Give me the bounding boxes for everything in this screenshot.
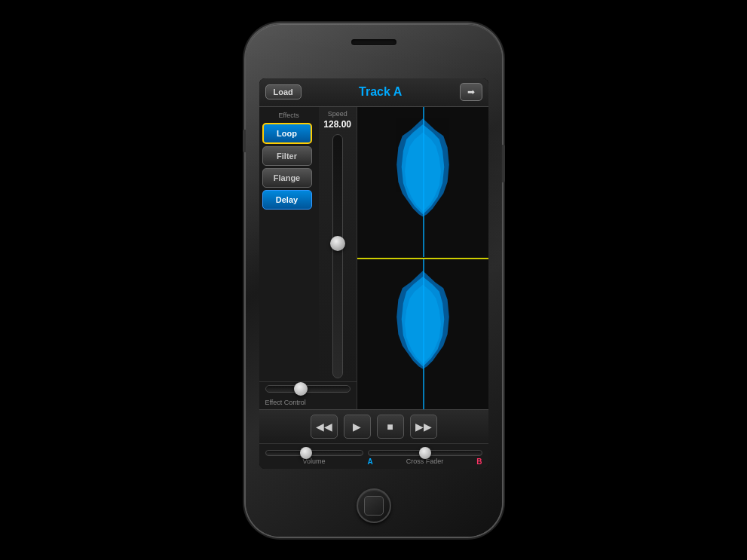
waveform-bottom-playhead <box>423 259 424 409</box>
left-panel: Effects Loop Filter Flange Delay Speed 1… <box>259 107 357 409</box>
fast-forward-icon: ▶▶ <box>415 421 432 433</box>
track-title: Track A <box>306 85 455 99</box>
volume-slider-track <box>265 450 363 456</box>
waveform-bottom <box>357 259 488 409</box>
crossfader-label-b: B <box>476 457 482 466</box>
forward-button[interactable]: ➡ <box>460 83 482 101</box>
speed-label: Speed <box>328 110 347 118</box>
effect-control-row: Effect Control <box>259 381 357 409</box>
play-button[interactable]: ▶ <box>344 415 371 439</box>
transport-controls: ◀◀ ▶ ■ ▶▶ <box>259 409 488 444</box>
crossfader-slider-thumb[interactable] <box>419 447 431 459</box>
waveform-area <box>357 107 488 409</box>
phone-speaker <box>351 39 396 45</box>
crossfader-label-a: A <box>368 457 373 466</box>
crossfader-slider-track <box>368 450 482 456</box>
side-button-left <box>243 130 246 152</box>
effect-control-label: Effect Control <box>265 399 306 406</box>
slider-labels-row: Volume A Cross Fader B <box>265 457 482 466</box>
play-icon: ▶ <box>353 421 361 433</box>
rewind-icon: ◀◀ <box>316 421 332 433</box>
volume-slider-thumb[interactable] <box>300 447 312 459</box>
waveform-top <box>357 107 488 257</box>
effects-label: Effects <box>262 110 316 121</box>
side-button-right <box>502 145 505 182</box>
flange-button[interactable]: Flange <box>262 168 312 188</box>
load-button[interactable]: Load <box>265 84 302 99</box>
effect-control-slider-track <box>265 385 351 393</box>
stop-button[interactable]: ■ <box>377 415 404 439</box>
stop-icon: ■ <box>387 421 393 433</box>
effect-control-slider-thumb[interactable] <box>294 382 308 396</box>
effects-column: Effects Loop Filter Flange Delay <box>259 107 319 381</box>
volume-label: Volume <box>265 457 363 466</box>
waveform-top-playhead <box>423 107 424 257</box>
crossfader-label: Cross Fader <box>406 457 444 465</box>
bottom-sliders: Volume A Cross Fader B <box>259 444 488 469</box>
home-button[interactable] <box>357 488 391 523</box>
screen: Load Track A ➡ Effects Loop Filter Flang… <box>259 78 488 469</box>
slider-row <box>265 450 482 456</box>
rewind-button[interactable]: ◀◀ <box>311 415 338 439</box>
speed-slider-thumb[interactable] <box>330 236 345 251</box>
delay-button[interactable]: Delay <box>262 190 312 210</box>
phone-shell: Load Track A ➡ Effects Loop Filter Flang… <box>246 24 502 537</box>
speed-column: Speed 128.00 <box>319 107 357 381</box>
fast-forward-button[interactable]: ▶▶ <box>410 415 437 439</box>
main-area: Effects Loop Filter Flange Delay Speed 1… <box>259 107 488 409</box>
speed-slider-track <box>332 134 343 378</box>
screen-bezel: Load Track A ➡ Effects Loop Filter Flang… <box>259 78 488 469</box>
loop-button[interactable]: Loop <box>262 123 312 144</box>
filter-button[interactable]: Filter <box>262 146 312 166</box>
effects-speed-row: Effects Loop Filter Flange Delay Speed 1… <box>259 107 357 381</box>
header-bar: Load Track A ➡ <box>259 78 488 107</box>
speed-value: 128.00 <box>323 119 351 130</box>
